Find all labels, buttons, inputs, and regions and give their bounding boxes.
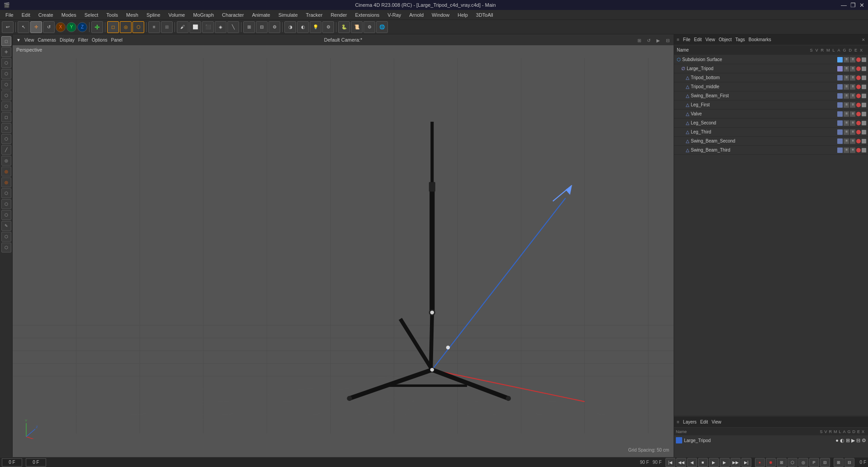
toolbar-knife[interactable]: ╲ (227, 21, 239, 33)
menu-create[interactable]: Create (35, 11, 57, 19)
om-menu-view[interactable]: View (705, 37, 715, 42)
toolbar-snap[interactable]: ⊟ (256, 21, 268, 33)
menu-mograph[interactable]: MoGraph (189, 11, 217, 19)
menu-arnold[interactable]: Arnold (406, 11, 427, 19)
menu-mesh[interactable]: Mesh (123, 11, 142, 19)
menu-character[interactable]: Character (218, 11, 247, 19)
viewport[interactable]: ▼ View Cameras Display Filter Options Pa… (13, 34, 674, 457)
left-tool-spline[interactable]: ⬡ (1, 188, 11, 198)
om-row-valve[interactable]: △ Valve ⠿ ⠿ (674, 110, 868, 119)
viewport-menu-toggle[interactable]: ▼ (16, 38, 21, 43)
om-row-swing-beam-third[interactable]: △ Swing_Beam_Third ⠿ ⠿ (674, 146, 868, 155)
om-row-tripod-bottom[interactable]: △ Tripod_bottom ⠿ ⠿ (674, 73, 868, 82)
toolbar-add[interactable]: ✛ (91, 21, 103, 33)
play-end[interactable]: ▶| (741, 458, 751, 467)
minimize-button[interactable]: — (841, 2, 847, 9)
toolbar-z-axis[interactable]: Z (77, 22, 87, 32)
left-tool-edge[interactable]: ⬡ (1, 80, 11, 90)
om-close[interactable]: ✕ (862, 38, 865, 42)
left-tool-model[interactable]: ✛ (1, 47, 11, 57)
left-tool-deform[interactable]: ◎ (1, 167, 11, 176)
toolbar-globe[interactable]: 🌐 (376, 21, 388, 33)
left-tool-circle[interactable]: ◎ (1, 156, 11, 166)
left-tool-a[interactable]: ⬡ (1, 232, 11, 242)
toolbar-python[interactable]: 🐍 (338, 21, 350, 33)
toolbar-select-live[interactable]: ⬛ (202, 21, 214, 33)
menu-edit[interactable]: Edit (18, 11, 34, 19)
left-tool-object[interactable]: ◻ (1, 36, 11, 46)
toolbar-rotate[interactable]: ↺ (43, 21, 55, 33)
playback-options2[interactable]: P (809, 458, 819, 467)
play-stop[interactable]: ■ (698, 458, 708, 467)
left-tool-paint[interactable]: ⬡ (1, 210, 11, 220)
menu-tracker[interactable]: Tracker (302, 11, 326, 19)
om-row-leg-third[interactable]: △ Leg_Third ⠿ ⠿ (674, 128, 868, 137)
toolbar-shading-4[interactable]: ⚙ (322, 21, 334, 33)
toolbar-shading-1[interactable]: ◑ (284, 21, 296, 33)
keyframe-btn[interactable]: ⊞ (777, 458, 787, 467)
scene-canvas[interactable] (13, 34, 674, 457)
om-row-swing-beam-second[interactable]: △ Swing_Beam_Second ⠿ ⠿ (674, 137, 868, 146)
toolbar-grid[interactable]: ⊞ (243, 21, 255, 33)
menu-3dtoall[interactable]: 3DToAll (472, 11, 497, 19)
toolbar-paint[interactable]: 🖌 (177, 21, 189, 33)
tripod-tags[interactable]: ⠿ (850, 66, 855, 71)
toolbar-y-axis[interactable]: Y (66, 22, 76, 32)
lm-menu-layers[interactable]: Layers (683, 419, 697, 424)
left-tool-pen[interactable]: ✎ (1, 221, 11, 231)
om-menu-edit[interactable]: Edit (694, 37, 702, 42)
left-tool-texture[interactable]: ⬡ (1, 58, 11, 68)
lm-menu-edit[interactable]: Edit (700, 419, 708, 424)
toolbar-shading-3[interactable]: 💡 (310, 21, 321, 33)
menu-extensions[interactable]: Extensions (351, 11, 383, 19)
om-row-large-tripod[interactable]: ∅ Large_Tripod ⠿ ⠿ (674, 64, 868, 73)
tl-btn2[interactable]: ⊟ (844, 458, 854, 467)
viewport-cameras-menu[interactable]: Cameras (38, 38, 56, 43)
menu-spline[interactable]: Spline (143, 11, 164, 19)
tripod-dots[interactable]: ⠿ (844, 66, 849, 71)
loop-btn[interactable]: ⬡ (788, 458, 797, 467)
viewport-panel-menu[interactable]: Panel (111, 38, 123, 43)
play-nextframe[interactable]: ▶ (720, 458, 730, 467)
viewport-settings[interactable]: ⊟ (664, 36, 672, 44)
subdiv-tags[interactable]: ⠿ (850, 57, 855, 62)
om-row-tripod-middle[interactable]: △ Tripod_middle ⠿ ⠿ (674, 82, 868, 91)
toolbar-x-axis[interactable]: X (56, 22, 66, 32)
om-menu-bookmarks[interactable]: Bookmarks (749, 37, 771, 42)
viewport-options-menu[interactable]: Options (92, 38, 107, 43)
menu-window[interactable]: Window (428, 11, 453, 19)
toolbar-select-rect[interactable]: ⬜ (189, 21, 201, 33)
viewport-maximize[interactable]: ⊞ (635, 36, 643, 44)
toolbar-scale[interactable]: ≡ (148, 21, 160, 33)
viewport-display-menu[interactable]: Display (60, 38, 75, 43)
left-tool-snap[interactable]: ◻ (1, 112, 11, 122)
subdiv-dots[interactable]: ⠿ (844, 57, 849, 62)
menu-file[interactable]: File (2, 11, 17, 19)
play-play[interactable]: ▶ (709, 458, 719, 467)
om-row-leg-second[interactable]: △ Leg_Second ⠿ ⠿ (674, 119, 868, 128)
menu-animate[interactable]: Animate (248, 11, 274, 19)
playback-options3[interactable]: ⊟ (820, 458, 830, 467)
toolbar-render[interactable]: ⊞ (161, 21, 173, 33)
om-row-leg-first[interactable]: △ Leg_First ⠿ ⠿ (674, 100, 868, 110)
lm-menu-view[interactable]: View (712, 419, 722, 424)
auto-record-btn[interactable]: ⏺ (766, 458, 776, 467)
menu-help[interactable]: Help (454, 11, 472, 19)
om-menu-tags[interactable]: Tags (736, 37, 745, 42)
toolbar-circle[interactable]: ⬡ (132, 21, 144, 33)
play-prev[interactable]: ◀◀ (676, 458, 686, 467)
toolbar-polygon[interactable]: ◻ (107, 21, 119, 33)
viewport-filter-menu[interactable]: Filter (78, 38, 88, 43)
toolbar-measure[interactable]: ⚙ (269, 21, 280, 33)
close-button[interactable]: ✕ (859, 2, 864, 9)
om-menu-object[interactable]: Object (719, 37, 732, 42)
om-menu-file[interactable]: File (683, 37, 690, 42)
toolbar-select-poly[interactable]: ◈ (215, 21, 226, 33)
menu-render[interactable]: Render (327, 11, 350, 19)
record-btn[interactable]: ● (755, 458, 765, 467)
tl-btn1[interactable]: ⊞ (834, 458, 844, 467)
left-tool-vertex[interactable]: ⬡ (1, 69, 11, 79)
om-menu-icon[interactable]: ≡ (677, 37, 679, 42)
left-tool-polygon[interactable]: ⬡ (1, 91, 11, 100)
play-begin[interactable]: |◀ (665, 458, 675, 467)
